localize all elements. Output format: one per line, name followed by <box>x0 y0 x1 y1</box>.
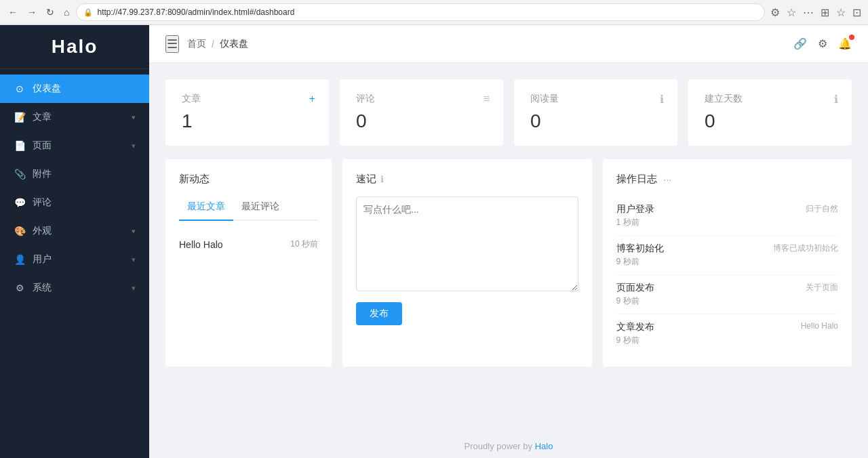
log-detail-3: Hello Halo <box>801 321 838 331</box>
system-label: 系统 <box>33 282 52 294</box>
footer-text: Proudly power by <box>465 441 535 451</box>
stat-card-0: 文章 1 + <box>165 79 329 146</box>
main-content: ☰ 首页 / 仪表盘 🔗 ⚙ 🔔 文章 1 + <box>149 25 868 458</box>
apps-icon[interactable]: ⊞ <box>819 5 831 20</box>
log-detail-2: 关于页面 <box>806 282 838 293</box>
system-chevron: ▾ <box>132 284 136 293</box>
extensions-icon[interactable]: ⚙ <box>769 5 781 20</box>
appearance-label: 外观 <box>33 225 52 237</box>
articles-chevron: ▾ <box>132 113 136 122</box>
main-header: ☰ 首页 / 仪表盘 🔗 ⚙ 🔔 <box>149 25 868 63</box>
footer-link[interactable]: Halo <box>535 441 553 451</box>
logo: Halo <box>0 25 149 69</box>
pages-icon: 📄 <box>14 140 26 151</box>
profile-icon[interactable]: ☆ <box>835 5 847 20</box>
users-icon: 👤 <box>14 254 26 265</box>
log-time-3: 9 秒前 <box>616 335 839 346</box>
more-icon[interactable]: ⋯ <box>802 5 815 20</box>
forward-button[interactable]: → <box>24 5 39 19</box>
sidebar-item-articles[interactable]: 📝 文章 ▾ <box>0 103 149 131</box>
tab-recent-comments[interactable]: 最近评论 <box>233 196 288 221</box>
users-label: 用户 <box>33 253 52 266</box>
system-icon: ⚙ <box>14 283 26 293</box>
breadcrumb: 首页 / 仪表盘 <box>187 33 248 56</box>
publish-button[interactable]: 发布 <box>356 302 402 325</box>
breadcrumb-separator: / <box>212 39 214 49</box>
memo-title: 速记 ℹ <box>356 173 578 186</box>
tab-recent-articles[interactable]: 最近文章 <box>179 196 233 221</box>
articles-icon: 📝 <box>14 112 26 123</box>
log-detail-1: 博客已成功初始化 <box>773 243 838 254</box>
stat-value-2: 0 <box>530 110 661 132</box>
appearance-icon: 🎨 <box>14 226 26 236</box>
stat-value-1: 0 <box>356 110 487 132</box>
log-item-1: 博客已成功初始化 博客初始化 9 秒前 <box>616 236 839 275</box>
stat-icon-2[interactable]: ℹ <box>660 93 664 106</box>
sidebar-item-users[interactable]: 👤 用户 ▾ <box>0 245 149 274</box>
address-bar[interactable]: 🔒 http://47.99.237.87:8090/admin/index.h… <box>76 3 765 21</box>
dashboard-icon: ⊙ <box>14 83 26 94</box>
attachments-label: 附件 <box>33 168 52 180</box>
sidebar-item-dashboard[interactable]: ⊙ 仪表盘 <box>0 75 149 103</box>
content-row: 新动态 最近文章 最近评论 Hello Halo 10 秒前 速记 <box>165 159 852 367</box>
sidebar-nav: ⊙ 仪表盘 📝 文章 ▾ 📄 页面 ▾ 📎 附件 💬 评论 🎨 外观 <box>0 69 149 458</box>
hamburger-button[interactable]: ☰ <box>165 35 179 53</box>
stat-value-3: 0 <box>705 110 835 132</box>
reload-button[interactable]: ↻ <box>43 5 57 19</box>
activity-panel: 新动态 最近文章 最近评论 Hello Halo 10 秒前 <box>165 159 332 367</box>
stats-row: 文章 1 + 评论 0 ≡ 阅读量 0 ℹ 建立天数 0 ℹ <box>165 79 852 146</box>
dashboard-body: 文章 1 + 评论 0 ≡ 阅读量 0 ℹ 建立天数 0 ℹ 新动态 最近文章 … <box>149 63 868 434</box>
stat-label-3: 建立天数 <box>705 93 835 105</box>
sidebar-item-comments[interactable]: 💬 评论 <box>0 188 149 217</box>
log-detail-0: 归于自然 <box>806 203 838 215</box>
stat-icon-1[interactable]: ≡ <box>484 93 490 105</box>
notification-badge <box>849 35 854 40</box>
memo-textarea[interactable] <box>356 196 578 291</box>
url-text: http://47.99.237.87:8090/admin/index.htm… <box>97 7 294 17</box>
log-more-button[interactable]: ··· <box>664 174 672 185</box>
home-button[interactable]: ⌂ <box>61 5 72 19</box>
stat-card-3: 建立天数 0 ℹ <box>688 79 852 146</box>
breadcrumb-current: 仪表盘 <box>220 38 248 50</box>
comments-label: 评论 <box>33 196 52 209</box>
log-time-2: 9 秒前 <box>616 295 839 307</box>
stat-label-0: 文章 <box>182 93 313 105</box>
link-icon[interactable]: 🔗 <box>793 37 807 50</box>
log-title: 操作日志 ··· <box>616 173 839 186</box>
sidebar: Halo ⊙ 仪表盘 📝 文章 ▾ 📄 页面 ▾ 📎 附件 💬 评论 <box>0 25 149 458</box>
sidebar-item-attachments[interactable]: 📎 附件 <box>0 160 149 188</box>
stat-icon-3[interactable]: ℹ <box>834 93 838 106</box>
dashboard-label: 仪表盘 <box>33 83 61 95</box>
log-list: 归于自然 用户登录 1 秒前 博客已成功初始化 博客初始化 9 秒前 关于页面 … <box>616 196 839 353</box>
articles-label: 文章 <box>33 111 52 123</box>
log-title-0: 用户登录 <box>616 203 839 215</box>
memo-info-icon: ℹ <box>380 174 384 184</box>
stat-label-1: 评论 <box>356 93 487 105</box>
header-actions: 🔗 ⚙ 🔔 <box>793 37 852 50</box>
notification-icon[interactable]: 🔔 <box>838 37 852 50</box>
operation-log-panel: 操作日志 ··· 归于自然 用户登录 1 秒前 博客已成功初始化 博客初始化 9… <box>603 159 852 367</box>
attachments-icon: 📎 <box>14 169 26 180</box>
log-item-2: 关于页面 页面发布 9 秒前 <box>616 275 839 314</box>
sidebar-item-pages[interactable]: 📄 页面 ▾ <box>0 131 149 160</box>
stat-icon-0[interactable]: + <box>309 93 315 105</box>
sidebar-item-appearance[interactable]: 🎨 外观 ▾ <box>0 217 149 245</box>
settings-icon[interactable]: ⚙ <box>818 37 827 50</box>
article-time: 10 秒前 <box>290 238 318 250</box>
bookmark-icon[interactable]: ☆ <box>785 5 797 20</box>
stat-card-1: 评论 0 ≡ <box>340 79 503 146</box>
sidebar-item-system[interactable]: ⚙ 系统 ▾ <box>0 274 149 302</box>
logo-text: Halo <box>52 36 98 57</box>
log-item-3: Hello Halo 文章发布 9 秒前 <box>616 314 839 353</box>
footer: Proudly power by Halo <box>149 434 868 458</box>
log-time-1: 9 秒前 <box>616 256 839 268</box>
activity-tabs: 最近文章 最近评论 <box>179 196 318 221</box>
stat-value-0: 1 <box>182 110 313 132</box>
extension-icon[interactable]: ⊡ <box>851 5 863 20</box>
article-item: Hello Halo 10 秒前 <box>179 232 318 257</box>
stat-label-2: 阅读量 <box>530 93 661 105</box>
log-item-0: 归于自然 用户登录 1 秒前 <box>616 196 839 236</box>
back-button[interactable]: ← <box>5 5 20 19</box>
log-title-2: 页面发布 <box>616 282 839 294</box>
breadcrumb-home[interactable]: 首页 <box>187 38 206 50</box>
